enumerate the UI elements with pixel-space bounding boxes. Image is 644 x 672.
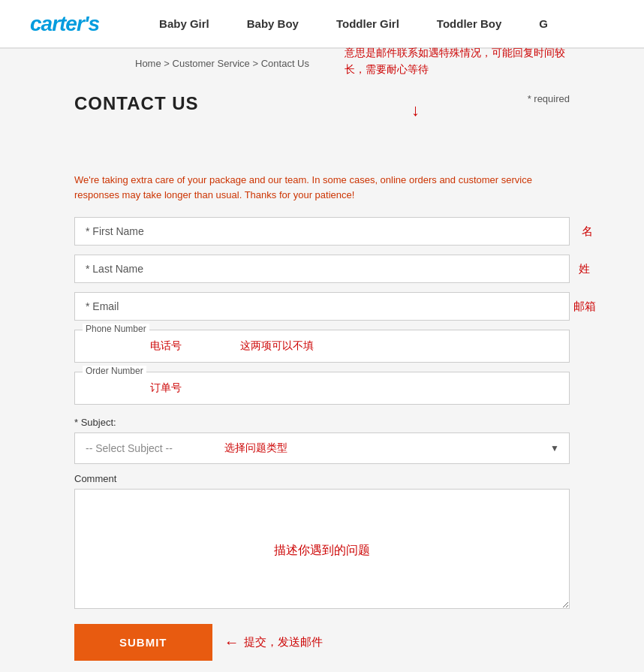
order-annotation: 订单号 <box>150 381 182 395</box>
phone-annotation: 电话号 <box>150 339 182 353</box>
contact-title: CONTACT US <box>74 93 199 114</box>
submit-annotation: ← 提交，发送邮件 <box>224 634 323 651</box>
nav-item-baby-boy[interactable]: Baby Boy <box>247 17 299 31</box>
submit-button[interactable]: SUBMIT <box>74 624 212 661</box>
nav: Baby Girl Baby Boy Toddler Girl Toddler … <box>159 17 548 31</box>
first-name-input[interactable] <box>150 218 569 245</box>
logo[interactable]: carter's <box>30 12 99 36</box>
optional-annotation: 这两项可以不填 <box>240 339 314 353</box>
first-name-group: * First Name 名 <box>74 217 570 246</box>
nav-item-g[interactable]: G <box>539 17 548 31</box>
last-name-input[interactable] <box>149 255 569 282</box>
first-name-annotation: 名 <box>582 225 593 239</box>
nav-item-baby-girl[interactable]: Baby Girl <box>159 17 209 31</box>
phone-group: Phone Number 电话号 这两项可以不填 <box>74 330 570 363</box>
arrow-down-icon: ↓ <box>411 101 420 120</box>
required-note: * required <box>528 93 570 104</box>
order-input[interactable] <box>75 372 569 404</box>
phone-label: Phone Number <box>83 324 149 334</box>
nav-item-toddler-boy[interactable]: Toddler Boy <box>437 17 501 31</box>
email-label: * Email <box>75 293 125 320</box>
contact-top-area: CONTACT US * required 意思是邮件联系如遇特殊情况，可能回复… <box>74 93 570 168</box>
top-annotation: 意思是邮件联系如遇特殊情况，可能回复时间较长，需要耐心等待 <box>345 44 585 78</box>
submit-area: SUBMIT ← 提交，发送邮件 <box>74 624 570 661</box>
email-input[interactable] <box>125 293 569 320</box>
notice-text: We're taking extra care of your package … <box>74 173 570 202</box>
comment-label: Comment <box>74 473 570 484</box>
main-content: CONTACT US * required 意思是邮件联系如遇特殊情况，可能回复… <box>59 78 585 672</box>
contact-header: CONTACT US * required <box>74 93 570 114</box>
first-name-label: * First Name <box>75 218 150 245</box>
subject-group: * Subject: -- Select Subject -- Order Is… <box>74 417 570 464</box>
breadcrumb-current: Contact Us <box>261 58 309 69</box>
subject-select[interactable]: -- Select Subject -- Order Issue Returns… <box>74 432 570 464</box>
last-name-annotation: 姓 <box>579 262 590 276</box>
email-group: * Email 邮箱 <box>74 292 570 321</box>
comment-group: Comment 描述你遇到的问题 <box>74 473 570 612</box>
email-annotation: 邮箱 <box>573 300 596 314</box>
order-label: Order Number <box>83 366 146 376</box>
order-group: Order Number 订单号 <box>74 372 570 405</box>
subject-label: * Subject: <box>74 417 570 428</box>
nav-item-toddler-girl[interactable]: Toddler Girl <box>336 17 399 31</box>
last-name-group: * Last Name 姓 <box>74 255 570 283</box>
breadcrumb-home[interactable]: Home <box>135 58 161 69</box>
phone-input[interactable] <box>75 330 569 362</box>
comment-textarea[interactable] <box>74 489 570 609</box>
last-name-label: * Last Name <box>75 255 149 282</box>
breadcrumb-customer-service[interactable]: Customer Service <box>173 58 250 69</box>
header: carter's Baby Girl Baby Boy Toddler Girl… <box>0 0 644 49</box>
subject-select-wrapper: -- Select Subject -- Order Issue Returns… <box>74 432 570 464</box>
